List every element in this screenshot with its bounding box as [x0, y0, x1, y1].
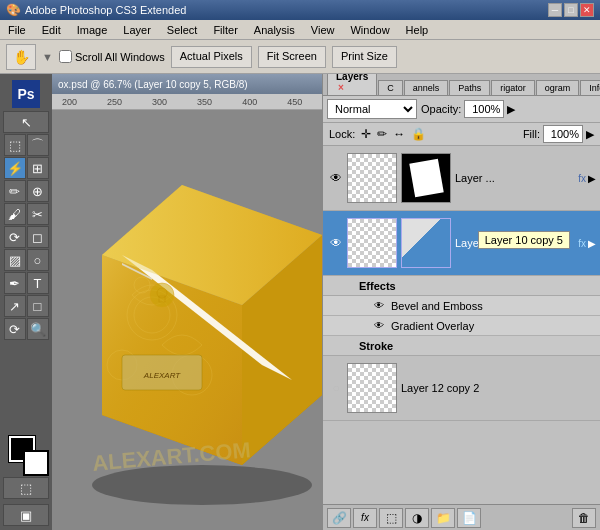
quick-select-tool[interactable]: ⚡ — [4, 157, 26, 179]
layer-item[interactable]: ○ Layer 12 copy 2 — [323, 356, 600, 421]
menu-edit[interactable]: Edit — [38, 22, 65, 38]
canvas-area: ox.psd @ 66.7% (Layer 10 copy 5, RGB/8) … — [52, 74, 600, 530]
background-color[interactable] — [23, 450, 49, 476]
lock-paint-icon[interactable]: ✏ — [377, 127, 387, 141]
layer-visibility-icon[interactable]: 👁 — [327, 234, 345, 252]
delete-layer-button[interactable]: 🗑 — [572, 508, 596, 528]
tab-info[interactable]: ogram — [536, 80, 580, 95]
opacity-label: Opacity: — [421, 103, 461, 115]
menu-file[interactable]: File — [4, 22, 30, 38]
tab-paths[interactable]: annels — [404, 80, 449, 95]
tab-info2[interactable]: Info — [580, 80, 600, 95]
pen-tool[interactable]: ✒ — [4, 272, 26, 294]
path-selection-tool[interactable]: ↗ — [4, 295, 26, 317]
eraser-tool[interactable]: ◻ — [27, 226, 49, 248]
menu-layer[interactable]: Layer — [119, 22, 155, 38]
lock-label: Lock: — [329, 128, 355, 140]
layer-thumbnail — [347, 218, 397, 268]
eyedropper-tool[interactable]: ✏ — [4, 180, 26, 202]
layer-visibility-icon[interactable]: ○ — [327, 379, 345, 397]
menu-help[interactable]: Help — [402, 22, 433, 38]
new-adjustment-button[interactable]: ◑ — [405, 508, 429, 528]
layer-thumbnail — [347, 363, 397, 413]
dodge-tool[interactable]: ○ — [27, 249, 49, 271]
menu-bar: File Edit Image Layer Select Filter Anal… — [0, 20, 600, 40]
new-layer-button[interactable]: 📄 — [457, 508, 481, 528]
opacity-arrow[interactable]: ▶ — [507, 103, 515, 116]
add-layer-style-button[interactable]: fx — [353, 508, 377, 528]
menu-select[interactable]: Select — [163, 22, 202, 38]
fill-label: Fill: — [523, 128, 540, 140]
effect-item[interactable]: 👁 Gradient Overlay — [323, 316, 600, 336]
tab-layers-close[interactable]: × — [338, 82, 344, 93]
restore-button[interactable]: □ — [564, 3, 578, 17]
gradient-tool[interactable]: ▨ — [4, 249, 26, 271]
minimize-button[interactable]: ─ — [548, 3, 562, 17]
scroll-all-windows-label: Scroll All Windows — [75, 51, 165, 63]
tab-layers[interactable]: Layers × — [327, 74, 377, 95]
layer-mask-thumbnail — [401, 218, 451, 268]
effect-visibility-icon[interactable]: 👁 — [371, 298, 387, 314]
tab-navigator[interactable]: Paths — [449, 80, 490, 95]
layer-name: Layer 10 ... — [455, 237, 576, 249]
svg-text:ALEXART: ALEXART — [143, 371, 181, 380]
layer-thumbnail — [347, 153, 397, 203]
close-button[interactable]: ✕ — [580, 3, 594, 17]
blend-mode-select[interactable]: Normal — [327, 99, 417, 119]
effects-label: Effects — [359, 280, 396, 292]
effect-name: Gradient Overlay — [391, 320, 474, 332]
move-tool[interactable]: ↖ — [3, 111, 49, 133]
lasso-tool[interactable]: ⌒ — [27, 134, 49, 156]
tab-histogram[interactable]: rigator — [491, 80, 535, 95]
tab-channels[interactable]: C — [378, 80, 403, 95]
layer-mask-thumbnail — [401, 153, 451, 203]
quick-mask-toggle[interactable]: ⬚ — [3, 477, 49, 499]
layer-options-icon[interactable]: ▶ — [588, 238, 596, 249]
shape-tool[interactable]: □ — [27, 295, 49, 317]
layer-item[interactable]: 👁 Layer 10 ... fx ▶ Layer 10 copy 5 — [323, 211, 600, 276]
fill-arrow[interactable]: ▶ — [586, 128, 594, 141]
scroll-all-windows-checkbox[interactable] — [59, 50, 72, 63]
main-area: Ps ↖ ⬚ ⌒ ⚡ ⊞ ✏ ⊕ 🖌 ✂ ⟳ ◻ ▨ ○ ✒ T — [0, 74, 600, 530]
zoom-tool[interactable]: 🔍 — [27, 318, 49, 340]
layer-name: Layer 12 copy 2 — [401, 382, 596, 394]
crop-tool[interactable]: ⊞ — [27, 157, 49, 179]
menu-image[interactable]: Image — [73, 22, 112, 38]
layer-list[interactable]: 👁 Layer ... fx ▶ 👁 — [323, 146, 600, 504]
left-toolbar: Ps ↖ ⬚ ⌒ ⚡ ⊞ ✏ ⊕ 🖌 ✂ ⟳ ◻ ▨ ○ ✒ T — [0, 74, 52, 530]
menu-window[interactable]: Window — [346, 22, 393, 38]
marquee-tool[interactable]: ⬚ — [4, 134, 26, 156]
layer-name: Layer ... — [455, 172, 576, 184]
fit-screen-button[interactable]: Fit Screen — [258, 46, 326, 68]
type-tool[interactable]: T — [27, 272, 49, 294]
lock-position-icon[interactable]: ✛ — [361, 127, 371, 141]
opacity-input[interactable] — [464, 100, 504, 118]
layer-options-icon[interactable]: ▶ — [588, 173, 596, 184]
brush-tool[interactable]: 🖌 — [4, 203, 26, 225]
main-toolbar: ✋ ▼ Scroll All Windows Actual Pixels Fit… — [0, 40, 600, 74]
new-group-button[interactable]: 📁 — [431, 508, 455, 528]
fill-input[interactable] — [543, 125, 583, 143]
lock-all-icon[interactable]: 🔒 — [411, 127, 426, 141]
lock-move-icon[interactable]: ↔ — [393, 127, 405, 141]
add-mask-button[interactable]: ⬚ — [379, 508, 403, 528]
effect-item[interactable]: 👁 Bevel and Emboss — [323, 296, 600, 316]
effect-visibility-icon[interactable]: 👁 — [371, 318, 387, 334]
print-size-button[interactable]: Print Size — [332, 46, 397, 68]
hand-tool[interactable]: ✋ — [6, 44, 36, 70]
clone-stamp-tool[interactable]: ✂ — [27, 203, 49, 225]
layer-visibility-icon[interactable]: 👁 — [327, 169, 345, 187]
healing-brush-tool[interactable]: ⊕ — [27, 180, 49, 202]
actual-pixels-button[interactable]: Actual Pixels — [171, 46, 252, 68]
title-bar: 🎨 Adobe Photoshop CS3 Extended ─ □ ✕ — [0, 0, 600, 20]
menu-analysis[interactable]: Analysis — [250, 22, 299, 38]
history-brush-tool[interactable]: ⟳ — [4, 226, 26, 248]
screen-mode-toggle[interactable]: ▣ — [3, 504, 49, 526]
layer-item[interactable]: 👁 Layer ... fx ▶ — [323, 146, 600, 211]
menu-filter[interactable]: Filter — [209, 22, 241, 38]
color-selector[interactable] — [3, 430, 49, 476]
fx-icon: fx — [578, 173, 586, 184]
3d-rotate-tool[interactable]: ⟳ — [4, 318, 26, 340]
menu-view[interactable]: View — [307, 22, 339, 38]
link-layers-button[interactable]: 🔗 — [327, 508, 351, 528]
